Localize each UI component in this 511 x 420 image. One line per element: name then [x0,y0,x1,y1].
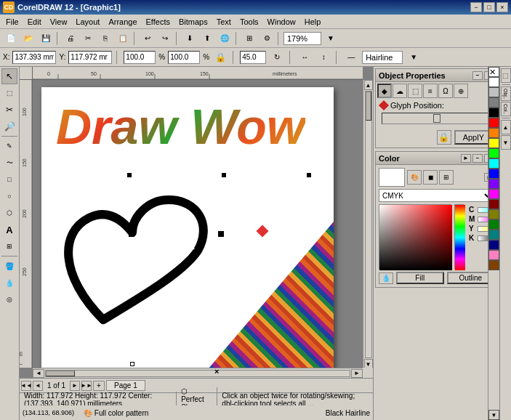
v-scrollbar[interactable]: ▲ ▼ [363,80,373,368]
apply-button[interactable]: ApplY [454,130,493,145]
pal-dkgreen[interactable] [488,219,499,230]
shape-tool[interactable]: ⬚ [1,85,17,101]
nav-prev[interactable]: ◄ [33,381,43,391]
fill-button[interactable]: Fill [396,272,444,284]
pal-lgray[interactable] [488,87,499,97]
pal-brown[interactable] [488,260,499,270]
handle-bot-left[interactable] [130,362,134,366]
publish-btn[interactable]: 🌐 [217,31,233,46]
polygon-tool[interactable]: ⬡ [1,205,17,221]
pal-purple[interactable] [488,179,499,189]
pal-pink[interactable] [488,250,499,260]
lock-ratio-btn[interactable]: 🔒 [212,50,228,65]
new-btn[interactable]: 📄 [3,31,19,46]
vscroll-thumb[interactable] [366,92,371,121]
handle-top-left[interactable] [127,173,132,177]
ellipse-tool[interactable]: ○ [1,188,17,204]
w-input[interactable] [124,51,156,64]
angle-input[interactable] [240,51,266,64]
hscroll-left[interactable]: ◄ [33,369,44,378]
fill-eyedrop[interactable]: 💧 [379,272,393,284]
pal-magenta[interactable] [488,189,499,199]
rt-btn2[interactable]: Obj.. [501,86,511,101]
fill-tool[interactable]: 🪣 [1,258,17,274]
pal-green[interactable] [488,148,499,158]
menu-layout[interactable]: Layout [71,16,104,28]
obj-tab-stroke[interactable]: ☁ [393,84,407,98]
lock-button[interactable]: 🔒 [437,130,451,145]
handle-top-mid[interactable] [222,173,226,177]
menu-text[interactable]: Text [212,16,236,28]
eyedropper-tool[interactable]: 💧 [1,275,17,291]
text-tool[interactable]: A [1,222,17,238]
color-model-btn3[interactable]: ⊞ [439,170,454,185]
close-button[interactable]: × [496,2,508,12]
menu-bitmaps[interactable]: Bitmaps [174,16,212,28]
pal-red[interactable] [488,118,499,128]
handle-top-right[interactable] [307,173,311,177]
x-input[interactable] [12,51,56,64]
paste-btn[interactable]: 📋 [115,31,131,46]
obj-tab-fill[interactable]: ◆ [377,84,392,98]
obj-tab-para[interactable]: ≡ [423,84,438,98]
h-scrollbar[interactable]: ◄ ► [33,368,363,378]
mirror-v-btn[interactable]: ↕ [315,50,331,65]
color-hue-bar[interactable] [454,204,464,270]
nav-first[interactable]: ◄◄ [21,381,31,391]
pal-teal[interactable] [488,230,499,240]
open-btn[interactable]: 📂 [20,31,36,46]
pal-orange[interactable] [488,128,499,138]
menu-help[interactable]: Help [300,16,326,28]
color-panel-expand[interactable]: ► [461,154,471,163]
pal-black[interactable] [488,108,499,118]
rt-btn3[interactable]: Col.. [501,102,511,116]
cut-btn[interactable]: ✂ [80,31,96,46]
obj-tab-extra[interactable]: ⊕ [454,84,468,98]
zoom-tool[interactable]: 🔎 [1,118,17,134]
copy-btn[interactable]: ⎘ [97,31,113,46]
options-btn[interactable]: ⚙ [259,31,275,46]
obj-panel-min[interactable]: − [472,71,483,80]
hscroll-thumb[interactable] [46,371,75,376]
color-gradient[interactable] [379,204,451,270]
color-model-btn2[interactable]: ◼ [423,170,438,185]
vscroll-up[interactable]: ▲ [364,80,373,90]
menu-edit[interactable]: Edit [23,16,46,28]
undo-btn[interactable]: ↩ [140,31,156,46]
export-btn[interactable]: ⬆ [199,31,215,46]
menu-window[interactable]: Window [263,16,300,28]
pal-white[interactable] [488,77,499,87]
nav-next[interactable]: ► [70,381,80,391]
rt-btn1[interactable]: ⬚ [501,68,511,83]
hairline-dropdown[interactable]: ▼ [406,50,422,65]
pal-maroon[interactable] [488,199,499,209]
rt-btn5[interactable]: ▼ [501,135,511,150]
pal-blue[interactable] [488,169,499,179]
save-btn[interactable]: 💾 [38,31,54,46]
color-model-btn1[interactable]: 🎨 [407,170,422,185]
mirror-h-btn[interactable]: ↔ [297,50,313,65]
pal-yellow[interactable] [488,138,499,148]
color-panel-min[interactable]: − [472,154,483,163]
menu-tools[interactable]: Tools [236,16,263,28]
pal-navy[interactable] [488,240,499,250]
zoom-level[interactable]: 179% [283,32,321,45]
smart-draw-tool[interactable]: 〜 [1,155,17,171]
select-tool[interactable]: ↖ [1,68,17,84]
page-tab[interactable]: Page 1 [106,380,145,391]
print-btn[interactable]: 🖨 [63,31,79,46]
pal-cyan[interactable] [488,158,499,169]
pal-gray[interactable] [488,97,499,108]
hscroll-right[interactable]: ► [351,369,363,378]
h-input[interactable] [168,51,200,64]
color-model-select[interactable]: CMYK [379,189,494,202]
freehand-tool[interactable]: ✎ [1,138,17,154]
y-input[interactable] [68,51,112,64]
glyph-slider-thumb[interactable] [433,114,440,123]
add-page-btn[interactable]: + [93,381,105,391]
table-tool[interactable]: ⊞ [1,238,17,254]
crop-tool[interactable]: ✂ [1,102,17,118]
redo-btn[interactable]: ↪ [157,31,173,46]
menu-effects[interactable]: Effects [142,16,174,28]
glyph-slider[interactable] [382,113,491,124]
